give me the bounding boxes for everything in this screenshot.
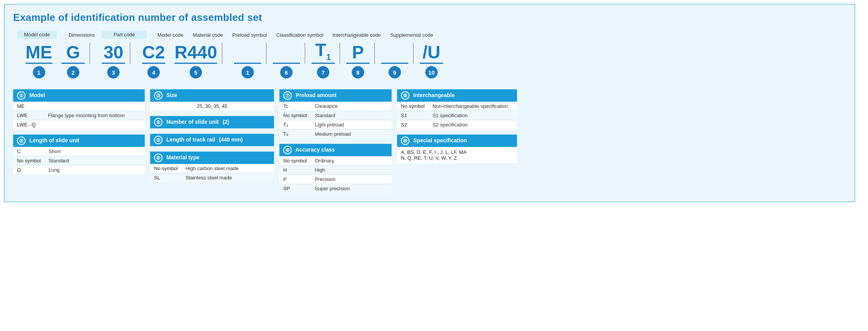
ls-sym-G: G — [13, 166, 45, 175]
preload-table: ⑦ Preload amount Tc Clearance No symbol … — [279, 89, 392, 138]
col4: ⑨ Interchangeable No symbol Non-intercha… — [397, 89, 517, 163]
table-row: LWE···Q — [13, 120, 145, 130]
mat-desc-hcs: High carbon steel made — [181, 164, 274, 173]
symbol-empty-9 — [381, 43, 408, 64]
pl-sym-Tc: Tc — [279, 102, 311, 111]
ls-sym-nosym: No symbol — [13, 156, 45, 166]
header-diagram: Model code Dimensions Part code Model co… — [13, 31, 846, 82]
code-G: G 2 — [57, 43, 89, 79]
num-10: 10 — [425, 66, 438, 78]
label-material-code: Material code — [189, 31, 227, 39]
ic-desc-S1: S1 specification — [428, 111, 517, 120]
num-8: 8 — [352, 66, 364, 78]
ac-desc-high: High — [311, 166, 392, 175]
num-2: 2 — [67, 66, 79, 78]
table-row: No symbol Ordinary — [279, 156, 392, 166]
outer-container: Example of identification number of asse… — [4, 4, 855, 202]
table-row: ME — [13, 102, 145, 111]
accuracy-circle: ⑧ — [283, 146, 292, 154]
pl-desc-clearance: Clearance — [311, 102, 392, 111]
symbol-P: P — [346, 43, 370, 64]
length-rail-circle: ⑤ — [154, 136, 163, 144]
tables-section: ① Model ME LWE Flange type mounting from… — [13, 89, 846, 193]
ac-sym-H: H — [279, 166, 311, 175]
pl-sym-nosym: No symbol — [279, 111, 311, 120]
model-desc-LWE: Flange type mounting from bottom — [44, 111, 145, 120]
code-P: P 8 — [342, 43, 374, 79]
code-empty-9: 9 — [377, 43, 413, 79]
table-row: S2 S2 specification — [397, 120, 517, 130]
table-row: LWE Flange type mounting from bottom — [13, 111, 145, 120]
preload-header: ⑦ Preload amount — [279, 89, 392, 102]
label-preload-symbol: Preload symbol — [228, 31, 271, 39]
table-row: T₁ Light preload — [279, 120, 392, 130]
pl-desc-standard: Standard — [311, 111, 392, 120]
code-empty-6: 6 — [268, 43, 305, 79]
ic-sym-S2: S2 — [397, 120, 428, 130]
symbol-30: 30 — [102, 43, 125, 64]
ac-desc-ordinary: Ordinary — [311, 156, 392, 166]
ls-desc-short: Short — [45, 147, 145, 156]
num-4: 4 — [147, 66, 160, 78]
code-T1: T1 7 — [307, 40, 339, 78]
code-30: 30 3 — [97, 43, 130, 79]
table-row: C Short — [13, 147, 145, 156]
special-header: ⑩ Special specification — [397, 135, 517, 147]
model-sym-LWEQ: LWE···Q — [13, 120, 44, 130]
accuracy-table: ⑧ Accuracy class No symbol Ordinary H Hi… — [279, 144, 392, 193]
symbol-ME: ME — [26, 43, 52, 64]
num-7: 7 — [317, 66, 329, 78]
ls-desc-standard: Standard — [45, 156, 145, 166]
model-table-header: ① Model — [13, 89, 145, 102]
pl-desc-medium: Medium preload — [311, 130, 392, 139]
material-circle: ⑥ — [154, 154, 163, 162]
table-row: S1 S1 specification — [397, 111, 517, 120]
code-empty-1: 1 — [229, 43, 266, 79]
size-table: ③ Size 25, 30, 35, 45 — [150, 89, 274, 111]
num-1a: 1 — [33, 66, 45, 78]
symbol-empty-1 — [234, 43, 261, 64]
interchangeable-circle: ⑨ — [401, 91, 409, 100]
ls-sym-C: C — [13, 147, 45, 156]
col1: ① Model ME LWE Flange type mounting from… — [13, 89, 145, 174]
mat-desc-ss: Stainless steel made — [181, 173, 274, 183]
accuracy-header: ⑧ Accuracy class — [279, 144, 392, 156]
num-9: 9 — [389, 66, 401, 78]
table-row: A, BS, D, E, F, I , J, L, LF, MA N, Q, R… — [397, 147, 517, 163]
material-table: ⑥ Material type No symbol High carbon st… — [150, 152, 274, 182]
label-classification-symbol: Classification symbol — [272, 31, 327, 39]
table-row: No symbol Non-interchangeable specificat… — [397, 102, 517, 111]
length-rail-val: (440 mm) — [219, 136, 243, 143]
symbol-empty-6 — [273, 43, 300, 64]
num-1b: 1 — [241, 66, 254, 78]
length-slide-header: ② Length of slide unit — [13, 135, 145, 147]
special-circle: ⑩ — [401, 136, 409, 145]
symbol-C2: C2 — [142, 43, 165, 64]
model-circle: ① — [17, 91, 26, 100]
ic-desc-S2: S2 specification — [428, 120, 517, 130]
label-model-code-1: Model code — [17, 31, 57, 39]
model-sym-ME: ME — [13, 102, 44, 111]
table-row: G Long — [13, 166, 145, 175]
length-rail-header: ⑤ Length of track rail (440 mm) — [150, 134, 274, 146]
table-row: P Precision — [279, 175, 392, 184]
mat-sym-SL: SL — [150, 173, 181, 183]
preload-circle: ⑦ — [283, 91, 292, 100]
col3: ⑦ Preload amount Tc Clearance No symbol … — [279, 89, 392, 193]
size-circle: ③ — [154, 91, 163, 100]
num-slide-header: ④ Number of slide unit (2) — [150, 116, 274, 128]
num-6: 6 — [280, 66, 293, 78]
model-sym-LWE: LWE — [13, 111, 44, 120]
code-C2: C2 4 — [137, 43, 170, 79]
code-slash-U: /U 10 — [415, 43, 448, 79]
table-row: SL Stainless steel made — [150, 173, 274, 183]
ac-sym-P: P — [279, 175, 311, 184]
special-value: A, BS, D, E, F, I , J, L, LF, MA N, Q, R… — [397, 147, 517, 163]
length-slide-circle: ② — [17, 136, 26, 145]
interchangeable-header: ⑨ Interchangeable — [397, 89, 517, 102]
label-dimensions: Dimensions — [65, 31, 99, 39]
pl-sym-T1: T₁ — [279, 120, 311, 130]
ic-sym-S1: S1 — [397, 111, 428, 120]
table-row: No symbol High carbon steel made — [150, 164, 274, 173]
label-supplemental-code: Supplemental code — [386, 31, 437, 39]
